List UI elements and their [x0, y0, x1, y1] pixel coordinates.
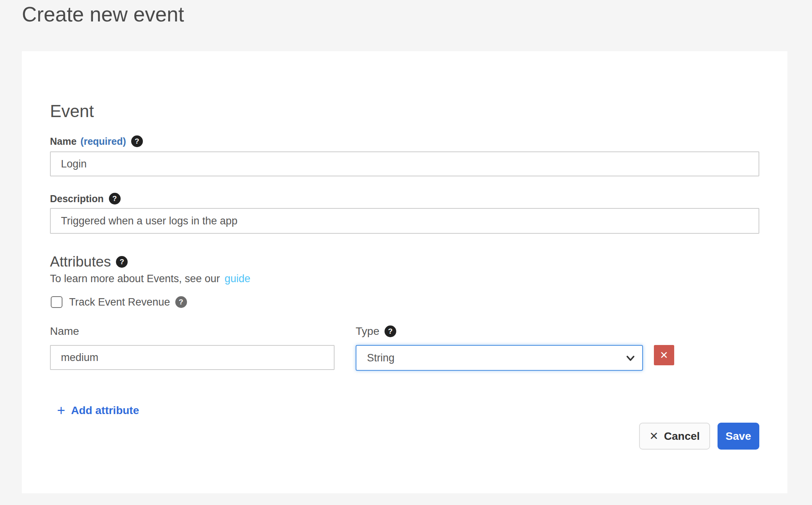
event-name-input[interactable]: [50, 151, 759, 176]
delete-attribute-button[interactable]: ✕: [654, 345, 674, 365]
track-revenue-help-icon[interactable]: ?: [175, 296, 187, 308]
event-section-heading: Event: [50, 51, 759, 121]
description-help-icon[interactable]: ?: [109, 193, 121, 204]
cancel-button[interactable]: ✕ Cancel: [639, 423, 710, 450]
learn-more-text: To learn more about Events, see ourguide: [50, 272, 759, 285]
guide-link[interactable]: guide: [224, 273, 250, 285]
close-icon: ✕: [649, 430, 658, 443]
page-title: Create new event: [22, 2, 184, 27]
track-revenue-label: Track Event Revenue: [69, 296, 170, 308]
attribute-row: String ✕: [50, 345, 759, 371]
attribute-type-select[interactable]: String: [356, 345, 643, 371]
save-button[interactable]: Save: [718, 423, 759, 450]
description-label: Description: [50, 192, 104, 205]
attribute-type-column-row: Type ?: [356, 325, 396, 338]
form-footer: ✕ Cancel Save: [50, 423, 759, 450]
track-revenue-checkbox[interactable]: [51, 296, 62, 308]
track-revenue-row: Track Event Revenue ?: [50, 295, 759, 309]
name-help-icon[interactable]: ?: [131, 135, 143, 147]
add-attribute-button[interactable]: + Add attribute: [57, 404, 139, 417]
attributes-heading: Attributes: [50, 253, 111, 271]
save-label: Save: [726, 430, 751, 443]
attributes-heading-row: Attributes ?: [50, 253, 759, 271]
name-label: Name: [50, 135, 77, 148]
attributes-help-icon[interactable]: ?: [116, 256, 128, 268]
learn-more-prefix: To learn more about Events, see our: [50, 273, 220, 285]
attribute-name-input[interactable]: [50, 345, 335, 370]
event-description-input[interactable]: [50, 208, 759, 234]
chevron-down-icon: [625, 352, 636, 363]
attribute-name-column-label: Name: [50, 325, 335, 338]
name-label-row: Name (required) ?: [50, 135, 759, 148]
attribute-type-column-label: Type: [356, 325, 379, 338]
attribute-columns-header: Name Type ?: [50, 325, 759, 338]
add-attribute-label: Add attribute: [71, 404, 139, 417]
attribute-type-value: String: [367, 352, 395, 364]
cancel-label: Cancel: [664, 430, 700, 443]
plus-icon: +: [57, 404, 65, 417]
description-label-row: Description ?: [50, 192, 759, 205]
required-note: (required): [80, 135, 126, 148]
delete-icon: ✕: [660, 345, 668, 365]
create-event-card: Event Name (required) ? Description ? At…: [22, 51, 787, 493]
type-help-icon[interactable]: ?: [385, 325, 396, 337]
